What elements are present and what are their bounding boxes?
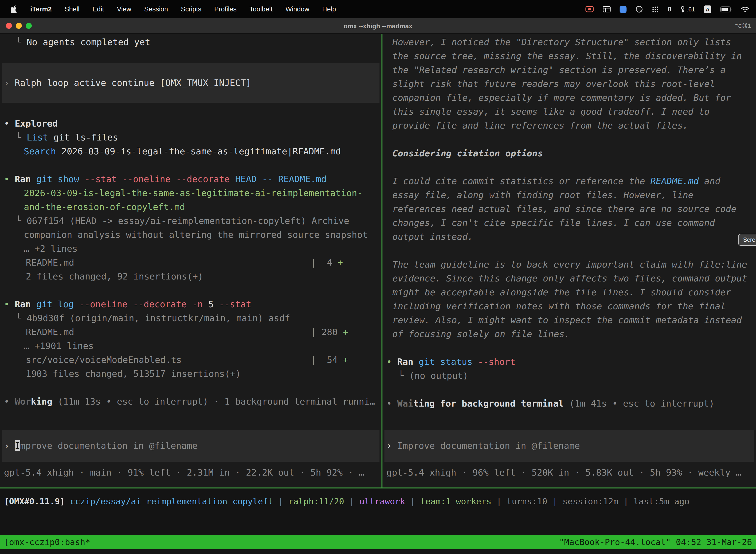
text-segment: 2026-03-09-is-legal-the-same-as-legitima… xyxy=(24,188,362,198)
text-segment: • xyxy=(4,174,15,184)
terminal-line: the "Related research writing" section i… xyxy=(382,63,756,77)
bottom-gap xyxy=(0,549,756,554)
text-segment: Explored xyxy=(15,118,58,128)
menu-item-profiles[interactable]: Profiles xyxy=(214,5,237,13)
text-segment: + xyxy=(343,354,349,365)
menu-item-session[interactable]: Session xyxy=(144,5,168,13)
text-segment: output instead. xyxy=(392,231,473,242)
text-segment: slight risk that future readers may over… xyxy=(392,78,715,89)
terminal-line: └ (no output) xyxy=(382,369,756,383)
text-segment: + xyxy=(343,327,349,337)
menu-item-scripts[interactable]: Scripts xyxy=(181,5,201,13)
text-segment: companion file, especially if more comme… xyxy=(392,92,731,103)
text-segment: [OMX#0.11.9] xyxy=(4,496,70,506)
text-segment: └ xyxy=(16,313,26,323)
menu-item-edit[interactable]: Edit xyxy=(92,5,104,13)
text-segment: | xyxy=(273,496,288,506)
blank-line xyxy=(0,381,381,395)
window-grid-icon[interactable] xyxy=(603,6,611,12)
blank-line xyxy=(382,341,756,355)
terminal-line: this single essay, it seems like a good … xyxy=(382,105,756,119)
text-segment: 067f154 (HEAD -> essay/ai-reimplementati… xyxy=(26,215,349,226)
text-segment: README.md | 280 xyxy=(26,327,343,337)
text-segment: No agents completed yet xyxy=(26,37,150,47)
text-segment: └ xyxy=(398,370,409,381)
terminal-line: the source tree, missing the essay. Stil… xyxy=(382,49,756,63)
terminal-line: However, I noticed the "Directory Struct… xyxy=(382,35,756,49)
text-segment: essay file, along with finding root file… xyxy=(392,189,693,200)
text-segment: 1903 files changed, 513517 insertions(+) xyxy=(26,368,241,379)
text-segment: --stat --oneline --decorate xyxy=(79,174,230,184)
menu-item-shell[interactable]: Shell xyxy=(65,5,80,13)
text-segment: ultrawork xyxy=(359,496,405,506)
menu-bar: iTerm2 Shell Edit View Session Scripts P… xyxy=(0,0,756,18)
terminal-line: review. Also, I might want to inspect th… xyxy=(382,313,756,327)
prompt-input-box[interactable]: › Improve documentation in @filename xyxy=(384,430,754,462)
battery-icon[interactable] xyxy=(720,6,732,12)
terminal-line: • Ran git show --stat --oneline --decora… xyxy=(0,172,381,186)
terminal-line: Considering citation options xyxy=(382,147,756,160)
terminal-line: 1903 files changed, 513517 insertions(+) xyxy=(0,367,381,381)
text-segment: turns:10 xyxy=(507,496,548,506)
text-segment: + xyxy=(337,257,343,268)
text-segment: List xyxy=(26,132,48,143)
menu-item-toolbelt[interactable]: Toolbelt xyxy=(250,5,272,13)
menu-item-help[interactable]: Help xyxy=(322,5,336,13)
menu-item-view[interactable]: View xyxy=(117,5,131,13)
terminal-line: essay file, along with finding root file… xyxy=(382,188,756,202)
wifi-icon[interactable] xyxy=(741,6,749,12)
text-segment: › xyxy=(4,440,15,451)
text-segment: However, I noticed the "Directory Struct… xyxy=(392,37,731,47)
text-segment: mprove documentation in @filename xyxy=(20,440,197,451)
text-segment: I could cite commit statistics or refere… xyxy=(392,176,650,186)
tmux-session-window[interactable]: [omx-cczip0:bash* xyxy=(4,537,90,547)
terminal-line: and-the-erosion-of-copyleft.md xyxy=(0,200,381,214)
terminal-line: references need actual files, and since … xyxy=(382,202,756,216)
text-segment: and-the-erosion-of-copyleft.md xyxy=(24,202,185,212)
tmux-panes: └ No agents completed yet› Ralph loop ac… xyxy=(0,34,756,488)
blank-line xyxy=(0,103,381,117)
window-title-bar[interactable]: omx --xhigh --madmax ⌥⌘1 xyxy=(0,18,756,34)
text-segment: Ran xyxy=(15,299,31,309)
left-agent-pane[interactable]: └ No agents completed yet› Ralph loop ac… xyxy=(0,34,381,488)
menu-bar-left: iTerm2 Shell Edit View Session Scripts P… xyxy=(0,5,336,13)
prompt-input-box[interactable]: › Ralph loop active continue [OMX_TMUX_I… xyxy=(2,63,379,103)
text-segment: README.md | 4 xyxy=(26,257,337,268)
menu-item-window[interactable]: Window xyxy=(286,5,309,13)
menu-item-iterm2[interactable]: iTerm2 xyxy=(30,5,52,13)
text-segment: › xyxy=(386,440,397,451)
input-source-icon[interactable]: A xyxy=(704,5,711,13)
blue-app-icon[interactable] xyxy=(620,6,627,13)
screen: iTerm2 Shell Edit View Session Scripts P… xyxy=(0,0,756,554)
apple-menu-icon[interactable] xyxy=(11,5,17,13)
text-segment: the "Related research writing" section i… xyxy=(392,64,726,75)
terminal-line: 2 files changed, 92 insertions(+) xyxy=(0,270,381,283)
right-agent-pane[interactable]: However, I noticed the "Directory Struct… xyxy=(382,34,756,488)
dots-grid-icon[interactable] xyxy=(652,6,659,13)
terminal-line: might be acceptable alongside the file l… xyxy=(382,285,756,299)
text-segment: and xyxy=(699,176,720,186)
terminal-line: provide file and line references from th… xyxy=(382,119,756,132)
terminal-line: └ 067f154 (HEAD -> essay/ai-reimplementa… xyxy=(0,214,381,228)
stop-recording-icon[interactable] xyxy=(585,6,594,12)
prompt-input-box[interactable]: › Improve documentation in @filename xyxy=(2,430,379,462)
terminal-line: Search 2026-03-09-is-legal-the-same-as-l… xyxy=(0,145,381,158)
number-8-icon[interactable]: 8 xyxy=(668,5,671,13)
text-segment: Considering citation options xyxy=(392,148,543,158)
terminal-line: • Working (11m 13s • esc to interrupt) ·… xyxy=(0,395,381,408)
terminal-line: └ List git ls-files xyxy=(0,130,381,145)
blank-line xyxy=(382,383,756,397)
tmux-host-time: "MacBook-Pro-44.local" 04:52 31-Mar-26 xyxy=(559,537,752,547)
text-segment: • xyxy=(386,356,397,367)
prompt-line: › Improve documentation in @filename xyxy=(4,439,378,453)
text-segment: I xyxy=(15,440,20,451)
key-icon[interactable]: .61 xyxy=(680,6,695,13)
text-segment: └ xyxy=(16,132,26,143)
text-segment: gpt-5.4 xhigh · main · 91% left · 2.31M … xyxy=(4,467,364,478)
text-segment: | xyxy=(405,496,420,506)
text-segment: including verification notes with those … xyxy=(392,301,726,311)
terminal-line: • Ran git log --oneline --decorate -n 5 … xyxy=(0,297,381,311)
terminal-line: … +2 lines xyxy=(0,242,381,256)
dark-circle-icon[interactable] xyxy=(635,5,643,13)
text-segment: └ xyxy=(16,37,26,47)
